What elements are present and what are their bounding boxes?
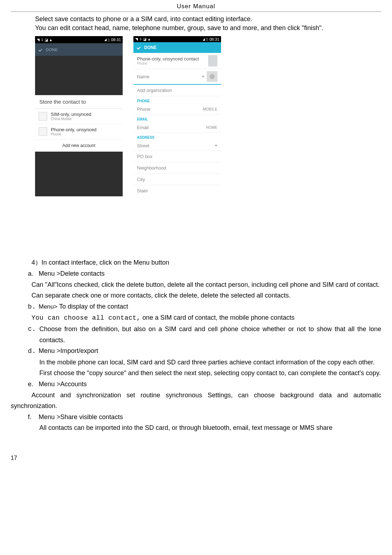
account-row[interactable]: Phone-only, unsynced contact Phone: [133, 53, 221, 69]
street-input[interactable]: Street: [137, 143, 150, 148]
warning-icon: ▲: [49, 38, 53, 42]
phone-field-row[interactable]: Phone MOBILE: [133, 104, 221, 114]
download-icon: ⇩: [139, 37, 142, 41]
checkbox-icon[interactable]: [39, 112, 47, 121]
phone-body: Store the contact to SIM-only, unsynced …: [35, 56, 123, 196]
sim-indicator-icon: ▯: [108, 38, 110, 42]
item-b-body-post: one a SIM card of contact, the mobile ph…: [141, 314, 294, 321]
phone-type-selector[interactable]: MOBILE: [203, 107, 217, 111]
item-b: b.Menu> To display of the contact: [28, 301, 381, 313]
screenshots-row: ◥ ⇩ ◪ ▲ ▯ 08:31 DONE Store the contact t…: [35, 36, 381, 196]
cell-signal-icon: [104, 38, 107, 41]
cell-signal-icon: [203, 38, 205, 41]
option-label: Phone-only, unsynced: [51, 127, 97, 132]
dialog-title: Store the contact to: [35, 95, 123, 109]
item-b-title-post: To display of the contact: [57, 303, 128, 310]
status-time: 08:31: [111, 38, 121, 42]
done-label: DONE: [46, 48, 58, 52]
checkbox-icon[interactable]: [39, 127, 47, 136]
item-b-body: You can choose all contact, one a SIM ca…: [31, 312, 381, 324]
store-contact-dialog: Store the contact to SIM-only, unsynced …: [35, 95, 123, 152]
item-f-title: Menu >Share visible contacts: [39, 413, 123, 421]
done-action-bar[interactable]: DONE: [133, 42, 221, 53]
add-account-button[interactable]: Add new account: [35, 139, 123, 152]
option-label: SIM-only, unsynced: [51, 112, 91, 117]
item-e-title: Menu >Accounts: [39, 380, 87, 388]
add-organization-button[interactable]: Add organization: [133, 85, 221, 96]
email-input[interactable]: Email: [137, 125, 149, 130]
status-time: 08:31: [209, 37, 219, 41]
phone-screenshot-left: ◥ ⇩ ◪ ▲ ▯ 08:31 DONE Store the contact t…: [35, 36, 123, 196]
email-type-selector[interactable]: HOME: [206, 126, 217, 129]
dialog-option-sim[interactable]: SIM-only, unsynced China Mobile: [35, 109, 123, 124]
phone-input[interactable]: Phone: [137, 107, 151, 112]
dialog-option-phone[interactable]: Phone-only, unsynced Phone: [35, 124, 123, 139]
state-input[interactable]: State: [133, 185, 221, 196]
item-d-body-2: First choose the "copy source" and then …: [39, 368, 381, 379]
city-input[interactable]: City: [133, 174, 221, 185]
neighborhood-input[interactable]: Neighborhood: [133, 162, 221, 174]
status-bar: ◥ ⇩ ◪ ▲ ▯ 08:31: [133, 36, 221, 42]
phone-section-heading: PHONE: [133, 96, 221, 104]
list-marker: b.: [28, 301, 39, 313]
email-field-row[interactable]: Email HOME: [133, 123, 221, 133]
chevron-down-icon[interactable]: [215, 145, 217, 147]
list-marker: c.: [28, 324, 39, 345]
done-action-bar[interactable]: DONE: [35, 43, 123, 56]
name-input[interactable]: Name: [137, 74, 150, 79]
item-c-body: Choose from the definition, but also on …: [39, 324, 381, 345]
item-f-body: All contacts can be imported into the SD…: [39, 422, 381, 433]
signal-icon: ◪: [143, 37, 146, 41]
list-marker: f.: [28, 412, 39, 423]
name-field-row[interactable]: Name: [133, 69, 221, 85]
item-a-body-1: Can "All"Icons checked, click the delete…: [11, 279, 381, 290]
item-c: c. Choose from the definition, but also …: [28, 324, 381, 345]
option-sublabel: Phone: [51, 132, 97, 136]
address-section-heading: ADDRESS: [133, 133, 221, 141]
item-a-body-2: Can separate check one or more contacts,…: [31, 290, 381, 301]
sim-indicator-icon: ▯: [206, 37, 208, 41]
chevron-down-icon[interactable]: [202, 76, 205, 78]
list-marker: e.: [28, 379, 39, 390]
item-a: a.Menu >Delete contacts: [28, 268, 381, 279]
item-f: f.Menu >Share visible contacts: [28, 412, 381, 423]
item-e: e.Menu >Accounts: [28, 379, 381, 390]
contact-edit-form: Phone-only, unsynced contact Phone Name …: [133, 53, 221, 196]
pobox-input[interactable]: PO box: [133, 151, 221, 162]
avatar-placeholder-icon[interactable]: [207, 71, 217, 82]
page-number: 17: [11, 455, 381, 461]
warning-icon: ▲: [147, 37, 151, 41]
intro-line-1: Select save contacts to phone or a a SIM…: [35, 15, 381, 24]
item-d-title: Menu >Import/export: [39, 347, 98, 354]
phone-device-icon: [208, 55, 217, 67]
item-b-title-pre: Menu>: [39, 303, 57, 310]
page-header: User Manual: [11, 3, 381, 12]
item-d: d.Menu >Import/export: [28, 345, 381, 357]
account-label: Phone-only, unsynced contact: [137, 56, 199, 62]
status-bar: ◥ ⇩ ◪ ▲ ▯ 08:31: [35, 36, 123, 43]
signal-icon: ◪: [45, 38, 48, 42]
list-marker: d.: [28, 346, 39, 357]
section-4-title: 4）In contact interface, click on the Men…: [31, 257, 381, 268]
body-text: 4）In contact interface, click on the Men…: [11, 257, 381, 433]
wifi-icon: ◥: [135, 37, 138, 41]
option-sublabel: China Mobile: [51, 117, 91, 121]
email-section-heading: EMAIL: [133, 114, 221, 123]
phone-screenshot-right: ◥ ⇩ ◪ ▲ ▯ 08:31 DONE Phone-only, un: [133, 36, 221, 196]
check-icon: [38, 47, 43, 52]
account-sublabel: Phone: [137, 62, 199, 65]
item-a-title: Menu >Delete contacts: [39, 270, 105, 277]
item-b-body-pre: You can choose all contact,: [31, 314, 141, 321]
list-marker: a.: [28, 268, 39, 279]
item-d-body-1: In the mobile phone can local, SIM card …: [39, 357, 381, 368]
done-label: DONE: [144, 45, 157, 50]
document-page: User Manual Select save contacts to phon…: [0, 0, 392, 472]
check-icon: [136, 45, 141, 50]
wifi-icon: ◥: [37, 38, 40, 42]
intro-line-2: You can edit contact head, name, telepho…: [35, 24, 381, 33]
download-icon: ⇩: [41, 38, 44, 42]
item-e-body: Account and synchronization set routine …: [11, 390, 381, 412]
street-field-row[interactable]: Street: [133, 141, 221, 151]
